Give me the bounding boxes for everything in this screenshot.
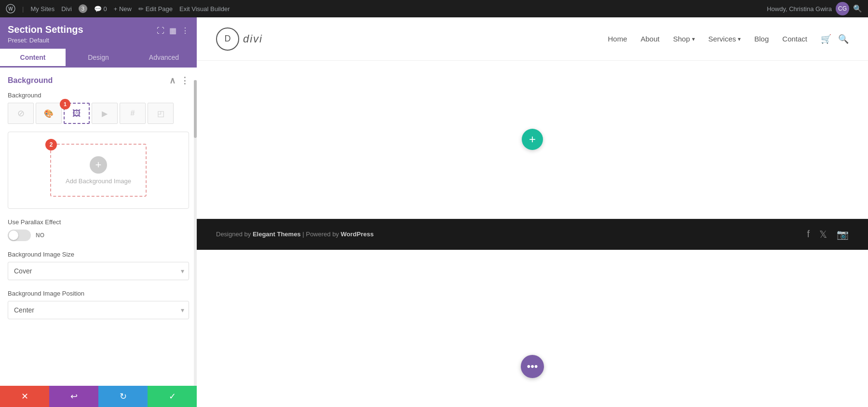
logo-text: divi <box>243 33 263 45</box>
wp-logo-icon: W <box>6 4 15 14</box>
nav-blog[interactable]: Blog <box>754 35 769 43</box>
logo-circle: D <box>216 27 239 51</box>
panel-header: Section Settings Preset: Default ⛶ ▦ ⋮ <box>0 17 197 49</box>
facebook-icon[interactable]: f <box>807 229 810 240</box>
bg-mask-icon: ◰ <box>157 109 164 118</box>
bg-type-none[interactable]: ⊘ <box>8 103 34 124</box>
save-button[interactable]: ✓ <box>148 386 197 407</box>
panel-header-icons: ⛶ ▦ ⋮ <box>157 26 189 35</box>
bg-position-label: Background Image Position <box>8 290 189 297</box>
badge-2: 2 <box>45 139 57 150</box>
parallax-toggle-row: NO <box>8 230 189 241</box>
elegant-themes: Elegant Themes <box>253 231 301 238</box>
parallax-field: Use Parallax Effect NO <box>8 218 189 241</box>
section-settings-panel: Section Settings Preset: Default ⛶ ▦ ⋮ C… <box>0 17 197 407</box>
exit-builder-link[interactable]: Exit Visual Builder <box>179 5 230 13</box>
panel-header-left: Section Settings Preset: Default <box>8 24 83 44</box>
nav-icons: 🛒 🔍 <box>821 34 849 44</box>
bg-size-label: Background Image Size <box>8 251 189 258</box>
edit-page-link[interactable]: ✏ Edit Page <box>138 5 173 13</box>
user-area: Howdy, Christina Gwira CG 🔍 <box>767 2 862 15</box>
background-section-label: Background ∧ ⋮ <box>8 75 189 86</box>
bg-size-select-wrapper: Cover ▾ <box>8 262 189 280</box>
site-nav: Home About Shop ▾ Services ▾ Blog Contac… <box>608 34 849 44</box>
parallax-label: Use Parallax Effect <box>8 218 189 226</box>
bg-position-field: Background Image Position Center ▾ <box>8 290 189 319</box>
section-more-icon[interactable]: ⋮ <box>180 75 189 86</box>
wordpress: WordPress <box>341 231 374 238</box>
panel-title: Section Settings <box>8 24 83 35</box>
parallax-toggle[interactable] <box>8 230 31 241</box>
main-layout: Section Settings Preset: Default ⛶ ▦ ⋮ C… <box>0 17 868 407</box>
site-main: + Designed by Elegant Themes | Powered b… <box>197 61 868 407</box>
redo-button[interactable]: ↻ <box>98 386 148 407</box>
comments-link[interactable]: 💬 0 <box>94 5 107 13</box>
instagram-icon[interactable]: 📷 <box>837 229 849 240</box>
upload-placeholder[interactable]: 2 + Add Background Image <box>50 144 147 197</box>
bg-type-image[interactable]: 1 🖼 <box>64 103 90 124</box>
bg-type-mask[interactable]: ◰ <box>148 103 174 124</box>
admin-sep: | <box>22 5 24 13</box>
site-logo[interactable]: D divi <box>216 27 263 51</box>
bg-color-icon: 🎨 <box>44 109 54 118</box>
background-section: Background ∧ ⋮ Background ⊘ 🎨 <box>8 75 189 319</box>
user-greeting: Howdy, Christina Gwira <box>767 5 832 13</box>
new-link[interactable]: + New <box>114 5 132 13</box>
image-upload-area: 2 + Add Background Image <box>8 132 189 209</box>
footer-social: f 𝕏 📷 <box>807 229 849 240</box>
bg-pattern-icon: # <box>131 109 135 118</box>
fullscreen-icon[interactable]: ⛶ <box>157 27 164 35</box>
parallax-value: NO <box>36 232 44 239</box>
user-avatar: CG <box>836 2 849 15</box>
nav-about[interactable]: About <box>640 35 659 43</box>
bg-type-row: ⊘ 🎨 1 🖼 ▶ # ◰ <box>8 103 189 124</box>
bg-image-icon: 🖼 <box>72 109 81 119</box>
cart-icon[interactable]: 🛒 <box>821 34 831 44</box>
site-preview: D divi Home About Shop ▾ Services ▾ Blog… <box>197 17 868 407</box>
panel-tabs: Content Design Advanced <box>0 49 197 68</box>
powered-by: | Powered by <box>302 231 340 238</box>
collapse-icon[interactable]: ∧ <box>169 75 176 86</box>
bg-type-pattern[interactable]: # <box>120 103 146 124</box>
toggle-knob <box>9 231 18 240</box>
cancel-button[interactable]: ✕ <box>0 386 49 407</box>
preset-selector[interactable]: Preset: Default <box>8 37 83 44</box>
nav-home[interactable]: Home <box>608 35 627 43</box>
section-label-actions: ∧ ⋮ <box>169 75 189 86</box>
nav-shop[interactable]: Shop ▾ <box>673 35 695 43</box>
my-sites-link[interactable]: My Sites <box>30 5 54 13</box>
background-field-label: Background <box>8 92 189 99</box>
bg-size-select[interactable]: Cover <box>8 262 189 280</box>
site-header: D divi Home About Shop ▾ Services ▾ Blog… <box>197 17 868 61</box>
bg-none-icon: ⊘ <box>17 108 25 119</box>
designed-by: Designed by <box>216 231 251 238</box>
search-icon[interactable]: 🔍 <box>853 4 862 13</box>
grid-icon[interactable]: ▦ <box>169 26 176 35</box>
footer-text: Designed by Elegant Themes | Powered by … <box>216 231 374 238</box>
twitter-icon[interactable]: 𝕏 <box>819 229 827 240</box>
search-icon[interactable]: 🔍 <box>838 34 849 44</box>
bg-type-color[interactable]: 🎨 <box>36 103 62 124</box>
undo-button[interactable]: ↩ <box>49 386 98 407</box>
admin-bar: W | My Sites Divi 3 💬 0 + New ✏ Edit Pag… <box>0 0 868 17</box>
nav-services[interactable]: Services ▾ <box>708 35 741 43</box>
divi-link[interactable]: Divi <box>61 5 72 13</box>
add-section-button[interactable]: + <box>522 129 543 150</box>
bottom-section: ••• <box>197 250 868 407</box>
tab-content[interactable]: Content <box>0 49 66 68</box>
bg-type-video[interactable]: ▶ <box>92 103 118 124</box>
services-dropdown-icon: ▾ <box>738 36 741 42</box>
tab-design[interactable]: Design <box>66 49 131 68</box>
nav-contact[interactable]: Contact <box>782 35 807 43</box>
update-counter[interactable]: 3 <box>79 4 87 13</box>
top-section: + <box>197 61 868 219</box>
bg-video-icon: ▶ <box>102 109 108 118</box>
action-bar: ✕ ↩ ↻ ✓ <box>0 386 197 407</box>
more-options-icon[interactable]: ⋮ <box>181 26 189 35</box>
bg-position-select[interactable]: Center <box>8 301 189 319</box>
bg-position-select-wrapper: Center ▾ <box>8 301 189 319</box>
module-options-button[interactable]: ••• <box>521 355 544 378</box>
ellipsis-icon: ••• <box>527 360 538 373</box>
tab-advanced[interactable]: Advanced <box>131 49 197 68</box>
site-footer: Designed by Elegant Themes | Powered by … <box>197 219 868 250</box>
